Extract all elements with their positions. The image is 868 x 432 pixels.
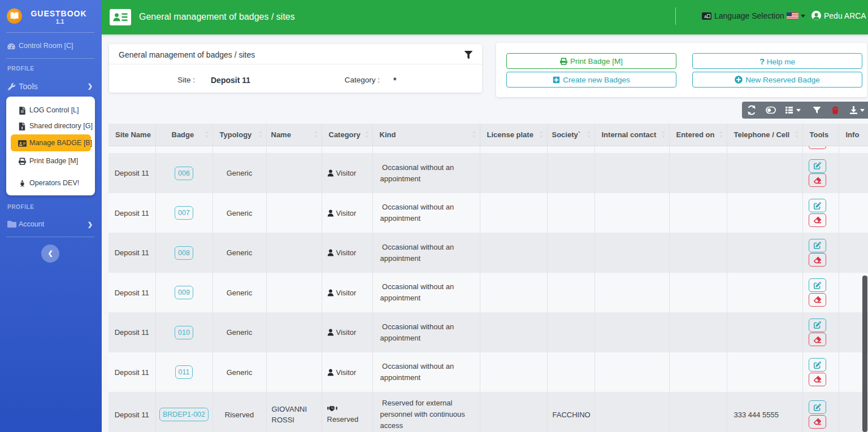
svg-text:A: A [704, 15, 707, 19]
